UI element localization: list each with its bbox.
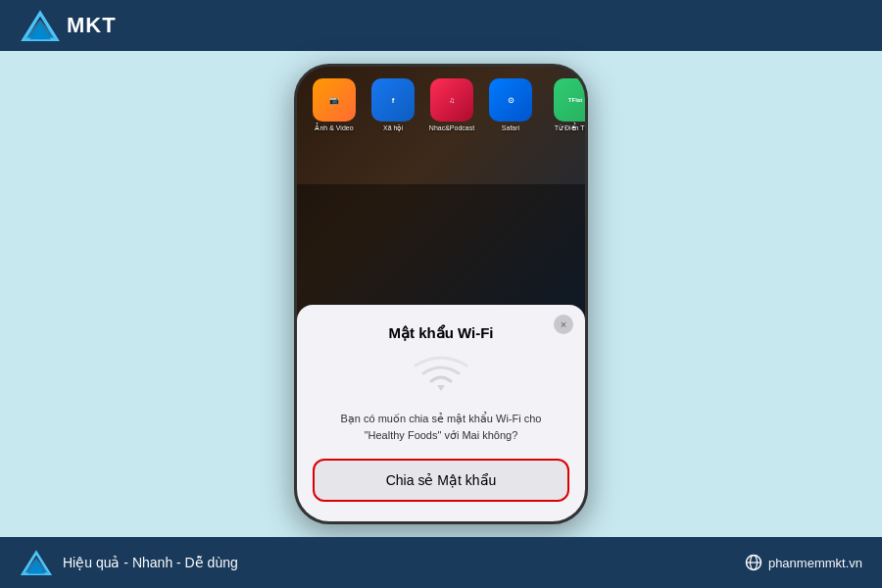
dialog-overlay: × Mật khẩu Wi-Fi Bạn có bbox=[297, 184, 585, 521]
phone-mockup: 📷 Ảnh & Video f Xã hội ♫ Nhac&Podcast ⊙ … bbox=[294, 64, 588, 524]
list-item: TFlat Từ Điển TFlat bbox=[546, 78, 588, 132]
footer-bar: Hiệu quả - Nhanh - Dễ dùng phanmemmkt.vn bbox=[0, 537, 882, 588]
dialog-message: Bạn có muốn chia sẻ mật khẩu Wi-Fi cho"H… bbox=[313, 411, 569, 443]
app-row-2: TFlat Từ Điển TFlat 🔴 Headspace Calm 🌿 C… bbox=[546, 78, 588, 132]
app-label: Nhac&Podcast bbox=[429, 124, 474, 131]
list-item: ♫ Nhac&Podcast bbox=[422, 78, 481, 132]
footer-tagline: Hiệu quả - Nhanh - Dễ dùng bbox=[63, 555, 238, 570]
app-label: Xã hội bbox=[383, 124, 403, 132]
app-row-1: 📷 Ảnh & Video f Xã hội ♫ Nhac&Podcast ⊙ … bbox=[305, 78, 540, 132]
wifi-icon bbox=[412, 354, 470, 397]
share-password-button[interactable]: Chia sẻ Mật khẩu bbox=[313, 459, 569, 502]
app-grid: 📷 Ảnh & Video f Xã hội ♫ Nhac&Podcast ⊙ … bbox=[297, 67, 585, 146]
list-item: 📷 Ảnh & Video bbox=[305, 78, 364, 132]
app-icon-safari[interactable]: ⊙ bbox=[489, 78, 532, 122]
dialog-close-button[interactable]: × bbox=[554, 315, 573, 334]
app-label: Ảnh & Video bbox=[315, 124, 353, 132]
globe-icon bbox=[745, 554, 762, 571]
app-icon-tflat[interactable]: TFlat bbox=[554, 78, 588, 122]
phone-screen: 📷 Ảnh & Video f Xã hội ♫ Nhac&Podcast ⊙ … bbox=[297, 67, 585, 521]
list-item: ⊙ Safari bbox=[481, 78, 540, 132]
wifi-icon-container bbox=[313, 354, 569, 401]
app-icon-nhac[interactable]: ♫ bbox=[430, 78, 473, 122]
footer-website[interactable]: phanmemmkt.vn bbox=[768, 556, 862, 570]
footer-right: phanmemmkt.vn bbox=[745, 554, 862, 571]
wifi-password-dialog: × Mật khẩu Wi-Fi Bạn có bbox=[297, 305, 585, 521]
app-icon-xahoi[interactable]: f bbox=[371, 78, 415, 122]
mkt-logo-icon bbox=[20, 8, 61, 43]
app-label: Safari bbox=[502, 124, 519, 131]
footer-left: Hiệu quả - Nhanh - Dễ dùng bbox=[20, 548, 238, 577]
app-icon-photos[interactable]: 📷 bbox=[313, 78, 356, 122]
logo-area: MKT bbox=[20, 8, 117, 43]
header-bar: MKT bbox=[0, 0, 882, 51]
list-item: f Xã hội bbox=[364, 78, 422, 132]
dialog-title: Mật khẩu Wi-Fi bbox=[313, 324, 569, 342]
header-logo-text: MKT bbox=[67, 13, 117, 38]
footer-mkt-logo bbox=[20, 548, 53, 577]
app-label: Từ Điển TFlat bbox=[555, 124, 588, 132]
main-content: 📷 Ảnh & Video f Xã hội ♫ Nhac&Podcast ⊙ … bbox=[0, 51, 882, 537]
